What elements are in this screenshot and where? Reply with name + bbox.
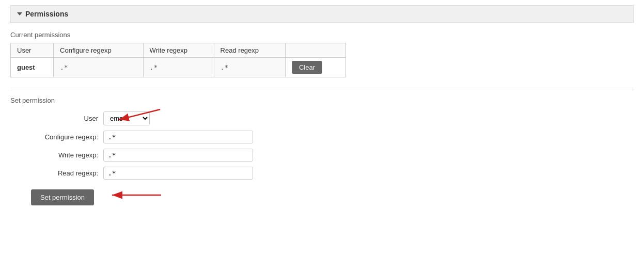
cell-user: guest [11,58,54,77]
cell-action: Clear [285,58,345,77]
permissions-table: User Configure regexp Write regexp Read … [10,43,346,77]
cell-read-regexp: .* [214,58,285,77]
current-permissions-label: Current permissions [10,31,634,39]
table-row: guest .* .* .* Clear [11,58,346,77]
col-action [285,43,345,58]
configure-regexp-label: Configure regexp: [21,133,103,141]
section-title: Permissions [25,10,68,18]
set-permission-form: User ems admin guest Configure regexp: W… [10,111,634,180]
col-user: User [11,43,54,58]
configure-regexp-row: Configure regexp: [21,131,634,143]
section-header: Permissions [10,5,634,23]
section-divider [10,88,634,88]
read-regexp-input[interactable] [103,167,253,180]
table-header-row: User Configure regexp Write regexp Read … [11,43,346,58]
set-permission-button[interactable]: Set permission [31,189,94,205]
configure-regexp-input[interactable] [103,131,253,143]
arrow-icon [103,104,165,125]
set-permission-label: Set permission [10,97,634,104]
bottom-area: Set permission [10,185,634,205]
col-read-regexp: Read regexp [214,43,285,58]
write-regexp-label: Write regexp: [21,151,103,159]
col-configure-regexp: Configure regexp [54,43,144,58]
write-regexp-row: Write regexp: [21,149,634,162]
svg-line-1 [119,109,160,120]
bottom-arrow-icon [104,185,166,205]
permissions-section: Permissions Current permissions User Con… [0,0,644,216]
user-label: User [21,115,103,122]
read-regexp-label: Read regexp: [21,169,103,177]
clear-button[interactable]: Clear [292,61,322,74]
col-write-regexp: Write regexp [143,43,214,58]
write-regexp-input[interactable] [103,149,253,162]
cell-write-regexp: .* [143,58,214,77]
cell-configure-regexp: .* [54,58,144,77]
chevron-down-icon [17,12,22,15]
read-regexp-row: Read regexp: [21,167,634,180]
